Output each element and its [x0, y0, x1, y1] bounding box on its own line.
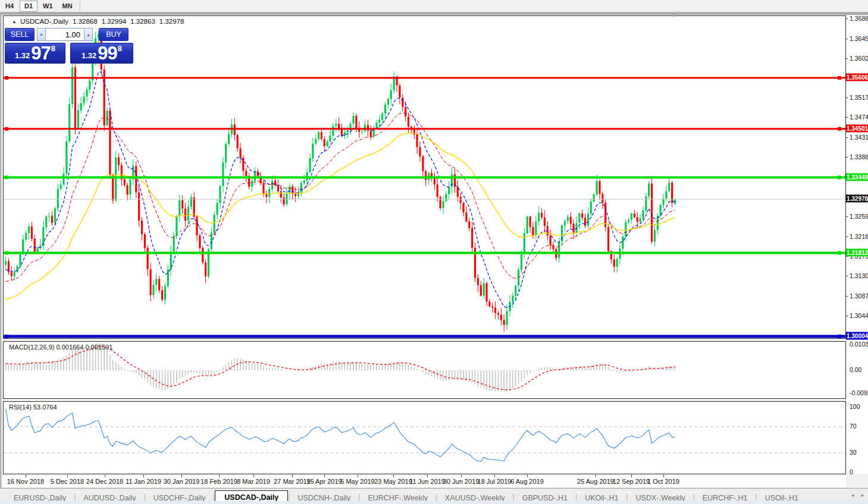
timeframe-button-h4[interactable]: H4 — [1, 1, 18, 12]
y-tick — [845, 296, 848, 297]
chart-autoscroll-marker-icon[interactable] — [670, 13, 678, 17]
time-axis[interactable]: 16 Nov 20185 Dec 201824 Dec 201811 Jan 2… — [3, 475, 846, 487]
timeframe-toolbar: H4D1W1MN — [0, 0, 868, 12]
date-label: 8 Mar 2019 — [237, 478, 270, 485]
volume-increase-button[interactable]: ▲ — [84, 28, 93, 41]
chart-ohlc-header: ▲ USDCAD-,Daily 1.32868 1.32994 1.32863 … — [12, 18, 184, 25]
date-label: 25 Aug 2019 — [577, 478, 614, 485]
price-tag-current: 1.32978 — [846, 195, 868, 203]
y-tick-label: 1.32160 — [850, 233, 868, 240]
tab-scroll-right-icon[interactable]: ► — [860, 493, 865, 498]
buy-price-pipette: 8 — [118, 44, 122, 53]
indicator-axis-label: 100 — [850, 403, 860, 410]
date-label: 24 Dec 2018 — [86, 478, 123, 485]
macd-histogram[interactable] — [4, 342, 845, 398]
date-label: 30 Jan 2019 — [164, 478, 200, 485]
timeframe-button-d1[interactable]: D1 — [20, 1, 37, 12]
ohlc-close: 1.32978 — [159, 18, 184, 25]
indicator-axis-label: 0 — [850, 468, 853, 475]
y-tick — [845, 18, 848, 19]
y-tick-label: 1.32590 — [850, 213, 868, 220]
rsi-line — [6, 409, 675, 462]
buy-price-big: 99 — [98, 46, 117, 61]
symbol-period-label: USDCAD-,Daily — [20, 18, 68, 25]
sell-price-pipette: 8 — [51, 44, 55, 53]
y-tick-label: 1.36450 — [850, 35, 868, 42]
y-tick — [845, 58, 848, 59]
x-tick — [324, 475, 325, 477]
ma-20-line — [6, 113, 675, 282]
x-tick — [461, 475, 462, 477]
y-tick-label: 1.33880 — [850, 153, 868, 160]
x-tick — [219, 475, 220, 477]
x-tick — [105, 475, 105, 477]
candlestick-chart[interactable] — [4, 16, 845, 338]
ma-45-line — [6, 133, 675, 300]
price-tag-key-level: 1.30004 — [846, 332, 868, 340]
x-tick — [393, 475, 394, 477]
rsi-label: RSI(14) 53.0764 — [9, 404, 57, 411]
price-axis[interactable]: 1.368801.364501.360201.351701.347401.343… — [847, 15, 868, 474]
date-label: 5 May 2019 — [340, 478, 374, 485]
window-top-edge — [0, 12, 868, 15]
date-label: 5 Dec 2018 — [51, 478, 84, 485]
volume-decrease-button[interactable]: ▼ — [37, 28, 46, 41]
macd-label: MACD(12,26,9) 0.001664 0.001501 — [9, 344, 112, 351]
sell-button[interactable]: SELL — [5, 28, 35, 41]
toolbar-separator — [80, 1, 81, 11]
rsi-plot[interactable] — [4, 402, 845, 474]
y-tick-label: 1.31300 — [850, 272, 868, 279]
indicator-axis-label: -0.00920 — [850, 389, 868, 396]
macd-indicator-panel[interactable]: MACD(12,26,9) 0.001664 0.001501 — [3, 341, 846, 399]
x-tick — [358, 475, 358, 477]
y-tick — [845, 316, 848, 316]
x-tick — [427, 475, 428, 477]
x-tick — [494, 475, 495, 477]
buy-price-prefix: 1.32 — [82, 51, 96, 60]
collapse-triangle-icon[interactable]: ▲ — [12, 19, 17, 24]
sell-price-display[interactable]: 1.32 97 8 — [5, 43, 65, 64]
indicator-axis-label: 0.00 — [850, 366, 861, 373]
x-tick — [181, 475, 182, 477]
y-tick-label: 1.36020 — [850, 55, 868, 62]
rsi-indicator-panel[interactable]: RSI(14) 53.0764 — [3, 401, 846, 474]
x-tick — [26, 475, 26, 477]
x-tick — [663, 475, 664, 477]
y-tick — [845, 39, 848, 39]
y-tick — [845, 256, 848, 257]
y-tick — [845, 157, 848, 158]
y-tick-label: 1.30440 — [850, 312, 868, 319]
date-label: 11 Jan 2019 — [126, 478, 161, 485]
date-label: 27 Mar 2019 — [274, 478, 311, 485]
tab-scroll-left-icon[interactable]: ◄ — [850, 493, 855, 498]
price-chart-panel[interactable] — [3, 15, 846, 339]
x-tick — [596, 475, 596, 477]
timeframe-button-w1[interactable]: W1 — [39, 1, 57, 12]
y-tick-label: 1.34740 — [850, 114, 868, 121]
volume-input[interactable]: 1.00 — [46, 28, 84, 41]
price-tag-support-1: 1.33449 — [846, 173, 868, 181]
date-label: 11 Jun 2019 — [409, 478, 445, 485]
x-tick — [527, 475, 528, 477]
y-tick-label: 1.35170 — [850, 94, 868, 101]
y-tick — [845, 117, 848, 118]
date-label: 23 May 2019 — [374, 478, 412, 485]
y-tick — [845, 137, 848, 138]
date-label: 30 Jun 2019 — [443, 478, 480, 485]
buy-price-display[interactable]: 1.32 99 8 — [70, 43, 133, 64]
y-tick — [845, 276, 848, 276]
date-label: 18 Jul 2019 — [478, 478, 512, 485]
ohlc-open: 1.32868 — [73, 18, 98, 25]
x-tick — [292, 475, 293, 477]
sell-price-prefix: 1.32 — [15, 51, 30, 60]
y-tick — [845, 97, 848, 98]
buy-button[interactable]: BUY — [99, 28, 129, 41]
y-tick-label: 1.36880 — [850, 15, 868, 22]
ma-8-line — [6, 72, 675, 308]
window-left-edge — [0, 15, 1, 504]
price-tag-support-2: 1.31812 — [846, 248, 868, 256]
timeframe-button-mn[interactable]: MN — [58, 1, 77, 12]
y-tick-label: 1.34310 — [850, 134, 868, 141]
price-tag-resistance-2: 1.34501 — [846, 124, 868, 132]
macd-signal-line — [6, 346, 675, 390]
